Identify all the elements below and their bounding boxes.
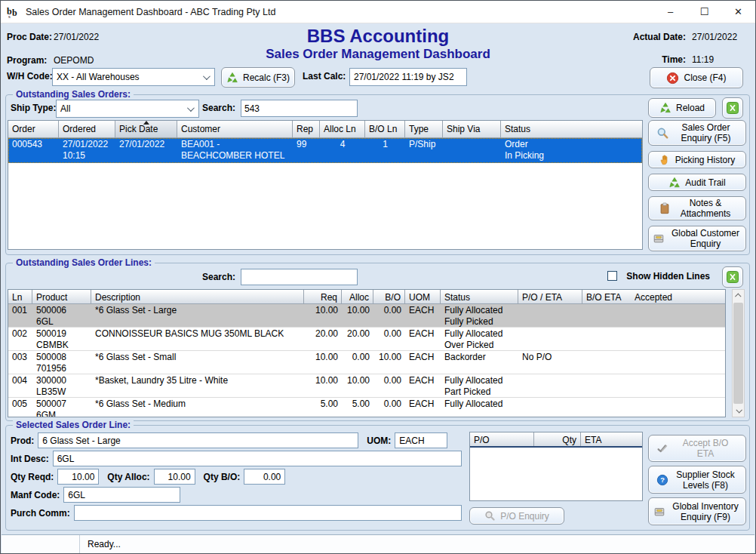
program-value: OEPOMD [54, 55, 94, 66]
line-row-003[interactable]: 003 500008 701956 *6 Glass Set - Small 1… [8, 351, 725, 374]
app-logo-icon: bbs [7, 5, 20, 19]
ship-type-select[interactable]: All [56, 100, 199, 118]
col-accepted[interactable]: Accepted [635, 290, 725, 303]
status-bar-cell [2, 535, 80, 553]
proc-date-value: 27/01/2022 [54, 32, 99, 42]
scroll-down-icon[interactable] [733, 405, 744, 417]
lines-export-excel-button[interactable] [722, 266, 743, 288]
col-rep[interactable]: Rep [293, 121, 320, 137]
col-description[interactable]: Description [91, 290, 304, 303]
line-row-005[interactable]: 005 500007 6GM *6 Glass Set - Medium 5.0… [8, 398, 725, 417]
wh-code-label: W/H Code: [7, 71, 53, 82]
global-inventory-enquiry-button[interactable]: Global Inventory Enquiry (F9) [648, 497, 746, 525]
minimize-button[interactable]: – [653, 1, 687, 23]
scroll-up-icon[interactable] [733, 290, 744, 302]
outstanding-sales-orders-section: Outstanding Sales Orders: Ship Type: All… [5, 94, 750, 255]
time-value: 11:19 [692, 54, 751, 65]
qty-alloc-label: Qty Alloc: [107, 472, 149, 482]
po-enquiry-button[interactable]: P/O Enquiry [469, 507, 564, 525]
col-ordered[interactable]: Ordered [59, 121, 115, 137]
col-po[interactable]: P/O [470, 432, 534, 446]
col-req[interactable]: Req [304, 290, 342, 303]
chevron-down-icon [203, 72, 211, 80]
notes-attachments-button[interactable]: Notes & Attachments [648, 196, 746, 220]
lines-table: Ln Product Description Req Alloc B/O UOM… [8, 289, 726, 417]
col-bo[interactable]: B/O [373, 290, 405, 303]
col-customer[interactable]: Customer [177, 121, 293, 137]
lines-table-header: Ln Product Description Req Alloc B/O UOM… [8, 290, 725, 304]
col-alloc[interactable]: Alloc [342, 290, 373, 303]
col-ship-via[interactable]: Ship Via [443, 121, 501, 137]
col-uom[interactable]: UOM [405, 290, 441, 303]
purch-comm-label: Purch Comm: [11, 508, 70, 519]
col-alloc-ln[interactable]: Alloc Ln [320, 121, 365, 137]
lines-table-scrollbar[interactable] [732, 289, 745, 417]
lines-search-label: Search: [202, 272, 235, 282]
reload-button[interactable]: Reload [648, 98, 716, 118]
orders-export-excel-button[interactable] [722, 97, 743, 118]
qty-bo-field[interactable]: 0.00 [244, 469, 285, 485]
int-desc-field[interactable]: 6GL [53, 451, 462, 466]
supplier-stock-levels-button[interactable]: ? Supplier Stock Levels (F8) [648, 466, 746, 494]
col-bo-ln[interactable]: B/O Ln [365, 121, 405, 137]
show-hidden-lines-checkbox[interactable] [607, 271, 617, 281]
last-calc-value: 27/01/2022 11:19 by JS2 [349, 68, 467, 86]
orders-table: Order Ordered Pick Date Customer Rep All… [8, 120, 643, 250]
po-table: P/O Qty ETA [469, 432, 643, 501]
actual-date-label: Actual Date: [633, 32, 686, 42]
maximize-button[interactable]: ☐ [687, 1, 721, 23]
last-calc-label: Last Calc: [303, 71, 346, 82]
col-po-eta[interactable]: ETA [581, 432, 642, 446]
recycle-icon [659, 102, 671, 114]
line-row-001[interactable]: 001 500006 6GL *6 Glass Set - Large 10.0… [8, 304, 725, 328]
recycle-icon [668, 177, 681, 189]
accept-bo-eta-button[interactable]: Accept B/O ETA [648, 435, 746, 462]
order-row-000543[interactable]: 000543 27/01/2022 10:15 27/01/2022 BEA00… [8, 138, 642, 163]
int-desc-label: Int Desc: [11, 454, 49, 464]
col-status[interactable]: Status [441, 290, 518, 303]
line-row-002[interactable]: 002 500019 CBMBK CONNOISSEUR BASICS MUG … [8, 328, 725, 351]
col-order[interactable]: Order [8, 121, 59, 137]
qty-bo-label: Qty B/O: [204, 472, 241, 482]
line-row-004[interactable]: 004 300000 LB35W *Basket, Laundry 35 Lit… [8, 374, 725, 398]
audit-trail-button[interactable]: Audit Trail [648, 174, 746, 191]
recalc-button[interactable]: Recalc (F3) [221, 67, 295, 88]
manf-code-field[interactable]: 6GL [63, 487, 180, 503]
col-type[interactable]: Type [405, 121, 443, 137]
magnifier-icon [656, 127, 669, 140]
qty-reqd-field[interactable]: 10.00 [57, 469, 99, 485]
orders-table-header: Order Ordered Pick Date Customer Rep All… [8, 121, 642, 138]
uom-label: UOM: [367, 436, 391, 446]
picking-history-button[interactable]: Picking History [648, 151, 746, 168]
global-customer-enquiry-button[interactable]: Global Customer Enquiry [648, 226, 746, 251]
question-icon: ? [656, 474, 668, 486]
purch-comm-field[interactable] [74, 505, 462, 521]
col-status[interactable]: Status [501, 121, 642, 137]
scrollbar-thumb[interactable] [733, 303, 743, 404]
sales-order-enquiry-button[interactable]: Sales Order Enquiry (F5) [648, 120, 746, 146]
program-label: Program: [7, 55, 54, 66]
close-f4-button[interactable]: Close (F4) [650, 67, 743, 88]
orders-search-input[interactable] [241, 100, 358, 117]
col-pick-date[interactable]: Pick Date [115, 121, 177, 137]
status-bar: Ready... [2, 534, 754, 553]
col-bo-eta[interactable]: B/O ETA [582, 290, 635, 303]
show-hidden-lines-label: Show Hidden Lines [626, 271, 710, 282]
uom-field[interactable]: EACH [395, 432, 447, 448]
qty-alloc-field[interactable]: 10.00 [154, 469, 195, 485]
prod-field[interactable]: 6 Glass Set - Large [38, 432, 358, 448]
col-po-qty[interactable]: Qty [534, 432, 581, 446]
col-product[interactable]: Product [32, 290, 91, 303]
proc-date-label: Proc Date: [7, 32, 54, 42]
col-po-eta[interactable]: P/O / ETA [518, 290, 582, 303]
status-message: Ready... [80, 539, 121, 549]
header: Proc Date:27/01/2022 Program:OEPOMD BBS … [1, 23, 755, 94]
recycle-icon [226, 72, 238, 84]
chevron-down-icon [187, 104, 195, 112]
excel-icon [726, 270, 739, 284]
col-ln[interactable]: Ln [8, 290, 32, 303]
lines-search-input[interactable] [241, 269, 358, 285]
selected-section-title: Selected Sales Order Line: [13, 420, 134, 430]
wh-code-select[interactable]: XX - All Warehouses [52, 68, 215, 86]
close-window-button[interactable]: ✕ [721, 1, 755, 23]
